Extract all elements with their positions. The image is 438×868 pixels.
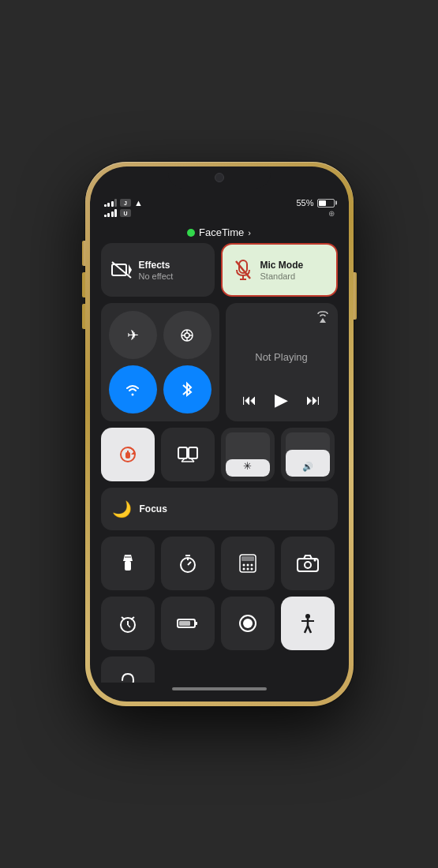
volume-icon: 🔊: [302, 462, 313, 472]
svg-marker-2: [129, 264, 132, 275]
row-focus: 🌙 Focus: [101, 488, 338, 530]
not-playing-label: Not Playing: [234, 345, 330, 369]
effects-icon: [110, 259, 133, 281]
bar6: [107, 213, 110, 217]
screen-mirror-tile[interactable]: [161, 428, 215, 481]
rotation-lock-tile[interactable]: [101, 428, 155, 481]
brightness-track: ✳: [226, 432, 270, 477]
mic-mode-label: Mic Mode: [260, 260, 304, 271]
svg-rect-19: [178, 447, 187, 458]
connectivity-tile[interactable]: ✈: [101, 303, 219, 421]
row-hearing: [101, 657, 338, 683]
svg-rect-32: [241, 556, 254, 561]
hearing-tile[interactable]: [101, 657, 155, 683]
bar4: [114, 199, 117, 207]
svg-point-8: [185, 333, 189, 338]
effects-tile[interactable]: Effects No effect: [101, 243, 215, 297]
focus-tile[interactable]: 🌙 Focus: [101, 488, 338, 530]
effects-label: Effects: [139, 260, 174, 271]
signal-bars-2: [104, 209, 118, 217]
alarm-tile[interactable]: [101, 597, 155, 650]
effects-labels: Effects No effect: [139, 260, 174, 281]
facetime-label: FaceTime: [199, 226, 244, 238]
carrier1-badge: J: [120, 199, 131, 207]
svg-point-40: [305, 562, 311, 568]
svg-marker-16: [131, 451, 135, 455]
screen-record-tile[interactable]: [221, 597, 275, 650]
svg-rect-20: [189, 447, 197, 458]
svg-point-51: [243, 619, 253, 628]
phone-frame: J ▲ U 55%: [85, 162, 354, 706]
svg-rect-0: [112, 264, 126, 275]
battery-row: 55%: [296, 198, 334, 208]
svg-point-33: [242, 564, 245, 567]
bar2: [107, 203, 110, 207]
signal-bars-1: [104, 199, 118, 207]
row-effects-mic: Effects No effect: [101, 243, 338, 297]
svg-line-45: [122, 617, 125, 619]
svg-rect-48: [179, 621, 190, 626]
row-connectivity-media: ✈: [101, 303, 338, 421]
media-controls: ⏮ ▶ ⏭: [234, 387, 330, 413]
notch: [168, 166, 271, 189]
calculator-tile[interactable]: [221, 537, 275, 590]
bar7: [111, 211, 114, 217]
airplay-icon[interactable]: [316, 311, 330, 327]
svg-line-46: [131, 617, 134, 619]
svg-marker-14: [320, 318, 326, 323]
flashlight-tile[interactable]: [101, 537, 155, 590]
play-button[interactable]: ▶: [275, 390, 288, 410]
bar8: [114, 209, 117, 217]
volume-track: 🔊: [286, 432, 330, 477]
notch-camera: [215, 173, 224, 182]
timer-tile[interactable]: [161, 537, 215, 590]
battery-widget-tile[interactable]: [161, 597, 215, 650]
cellular-button[interactable]: [163, 311, 212, 359]
svg-point-35: [250, 564, 253, 567]
carrier2-row: U: [104, 209, 143, 217]
focus-label: Focus: [140, 503, 167, 514]
svg-line-29: [188, 562, 191, 565]
svg-point-41: [313, 559, 316, 562]
row-locks-sliders: ✳ 🔊: [101, 428, 338, 481]
airplane-mode-button[interactable]: ✈: [109, 311, 157, 359]
status-bar: J ▲ U 55%: [101, 196, 338, 225]
svg-point-36: [242, 568, 245, 571]
camera-tile[interactable]: [281, 537, 335, 590]
mic-icon: [232, 259, 254, 281]
brightness-tile[interactable]: ✳: [221, 428, 275, 481]
volume-tile[interactable]: 🔊: [281, 428, 335, 481]
fast-forward-button[interactable]: ⏭: [306, 392, 320, 409]
media-player-tile[interactable]: Not Playing ⏮ ▶ ⏭: [226, 303, 338, 421]
brightness-icon: ✳: [243, 460, 252, 472]
wifi-button[interactable]: [109, 365, 157, 413]
svg-point-13: [132, 393, 134, 395]
effects-sublabel: No effect: [139, 271, 174, 281]
svg-point-52: [305, 614, 310, 619]
facetime-chevron: ›: [248, 228, 251, 238]
mic-labels: Mic Mode Standard: [260, 260, 304, 281]
status-right: 55% ⊕: [296, 198, 334, 218]
carrier2-badge: U: [120, 209, 131, 217]
rewind-button[interactable]: ⏮: [242, 392, 256, 409]
battery-fill: [319, 200, 327, 206]
status-left: J ▲ U: [104, 198, 143, 217]
svg-point-38: [250, 568, 253, 571]
screen-time-row: ⊕: [328, 209, 335, 218]
control-center: Effects No effect: [101, 243, 338, 683]
svg-marker-25: [123, 555, 133, 561]
svg-rect-49: [195, 622, 197, 625]
mic-mode-sublabel: Standard: [260, 271, 304, 281]
home-indicator: [172, 687, 267, 690]
bluetooth-button[interactable]: [163, 365, 212, 413]
bar5: [104, 215, 107, 217]
bar3: [111, 201, 114, 207]
mic-mode-tile[interactable]: Mic Mode Standard: [221, 243, 338, 297]
moon-icon: 🌙: [112, 499, 132, 518]
battery-percent: 55%: [296, 198, 313, 208]
bar1: [104, 204, 107, 207]
svg-point-34: [246, 564, 249, 567]
svg-line-56: [308, 626, 311, 633]
facetime-bar[interactable]: FaceTime ›: [101, 225, 338, 243]
accessibility-tile[interactable]: [281, 597, 335, 650]
